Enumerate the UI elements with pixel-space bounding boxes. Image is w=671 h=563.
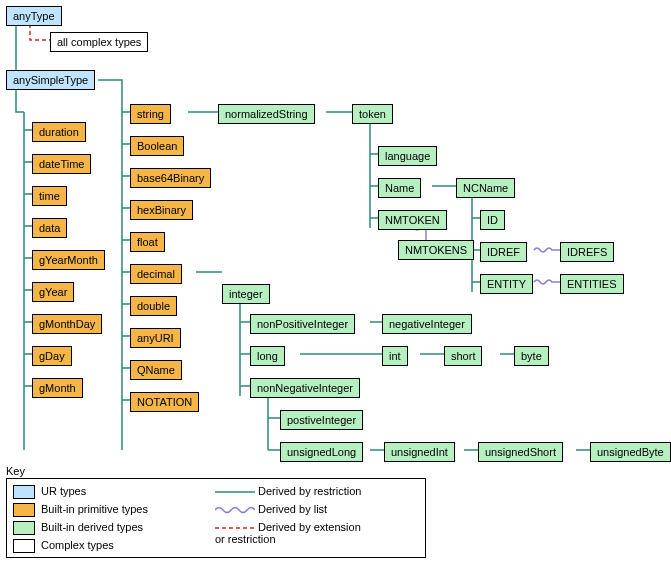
node-unsignedLong: unsignedLong	[280, 442, 363, 462]
node-normalizedString: normalizedString	[218, 104, 315, 124]
legend-cplx: Complex types	[13, 539, 114, 553]
legend-deriv: Built-in derived types	[13, 521, 143, 535]
node-gYearMonth: gYearMonth	[32, 250, 105, 270]
node-ID: ID	[480, 210, 505, 230]
node-token: token	[352, 104, 393, 124]
node-dateTime: dateTime	[32, 154, 91, 174]
node-anySimpleType: anySimpleType	[6, 70, 95, 90]
legend-ext: Derived by extension or restriction	[215, 521, 361, 545]
node-unsignedInt: unsignedInt	[384, 442, 455, 462]
node-all-complex: all complex types	[50, 32, 148, 52]
node-integer: integer	[222, 284, 270, 304]
node-data: data	[32, 218, 67, 238]
node-decimal: decimal	[130, 264, 182, 284]
legend-prim: Built-in primitive types	[13, 503, 148, 517]
node-byte: byte	[514, 346, 549, 366]
node-ENTITIES: ENTITIES	[560, 274, 624, 294]
node-nonNegativeInteger: nonNegativeInteger	[250, 378, 360, 398]
node-duration: duration	[32, 122, 86, 142]
node-ENTITY: ENTITY	[480, 274, 533, 294]
node-IDREFS: IDREFS	[560, 242, 614, 262]
node-anyType: anyType	[6, 6, 62, 26]
node-NMTOKENS: NMTOKENS	[398, 240, 474, 260]
legend: Key UR types Built-in primitive types Bu…	[6, 478, 426, 558]
node-base64Binary: base64Binary	[130, 168, 211, 188]
node-unsignedByte: unsignedByte	[590, 442, 671, 462]
node-unsignedShort: unsignedShort	[478, 442, 563, 462]
node-string: string	[130, 104, 171, 124]
legend-list: Derived by list	[215, 503, 327, 515]
legend-ur: UR types	[13, 485, 86, 499]
node-anyURI: anyURI	[130, 328, 181, 348]
node-time: time	[32, 186, 67, 206]
node-NCName: NCName	[456, 178, 515, 198]
node-language: language	[378, 146, 437, 166]
node-long: long	[250, 346, 285, 366]
node-NMTOKEN: NMTOKEN	[378, 210, 447, 230]
node-int: int	[382, 346, 408, 366]
node-double: double	[130, 296, 177, 316]
node-QName: QName	[130, 360, 182, 380]
node-Name: Name	[378, 178, 421, 198]
node-Boolean: Boolean	[130, 136, 184, 156]
node-gDay: gDay	[32, 346, 72, 366]
node-negativeInteger: negativeInteger	[382, 314, 472, 334]
node-IDREF: IDREF	[480, 242, 527, 262]
node-short: short	[444, 346, 482, 366]
type-hierarchy-diagram: anyType all complex types anySimpleType …	[0, 0, 671, 563]
node-nonPositiveInteger: nonPositiveInteger	[250, 314, 355, 334]
legend-restriction: Derived by restriction	[215, 485, 361, 497]
node-gMonthDay: gMonthDay	[32, 314, 102, 334]
node-NOTATION: NOTATION	[130, 392, 199, 412]
node-positiveInteger: postiveInteger	[280, 410, 363, 430]
node-gMonth: gMonth	[32, 378, 83, 398]
legend-title: Key	[6, 465, 25, 477]
node-float: float	[130, 232, 165, 252]
node-hexBinary: hexBinary	[130, 200, 193, 220]
node-gYear: gYear	[32, 282, 74, 302]
